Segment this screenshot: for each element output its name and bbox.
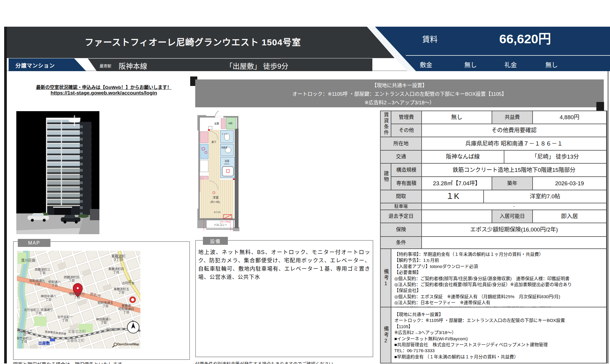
area-value: 23.28㎡【7.04坪】 — [422, 177, 492, 190]
map-label: 東難波町 3丁目 — [111, 255, 126, 261]
layout-value: １K — [422, 190, 483, 203]
nearest-station-label: 最寄駅 — [100, 63, 111, 68]
right-frame-line — [608, 27, 609, 363]
map-label: 東難波町四 丁目 — [108, 267, 124, 274]
parking-label: 駐車場 — [381, 203, 421, 210]
map-label: 南竹谷町三 丁目 — [17, 337, 32, 343]
map-label: 昭和南通七 丁目 — [69, 292, 85, 299]
equipment-text: 地上波、ネット無料、BS、オートロック、モニター付オートロック、防犯カメラ、集合… — [198, 248, 370, 282]
map-tab: MAP — [18, 239, 50, 247]
map-attribution: OpenStreetMap — [117, 343, 139, 346]
fp-room-size: (約7.0帖) — [210, 200, 220, 203]
deposit-label: 敷金 — [420, 60, 432, 69]
layout-label: 間取 — [381, 190, 421, 203]
mgmt-fee-label: 管理費 — [391, 111, 421, 124]
map-label: 西難波町四 丁目 — [64, 276, 80, 282]
remarks2-text: 【現地に共通キー設置】 オートロック：※1105呼 ・部屋鍵：エントランス入口の… — [391, 307, 606, 363]
movein-value: 即入居 — [533, 210, 606, 223]
fp-genkan-label: 玄関 — [214, 122, 219, 125]
map-label: 南 — [128, 280, 132, 283]
access-label: 交通 — [381, 151, 421, 163]
fp-drying-label: 物干金物 — [214, 211, 221, 213]
group-building: 建物 — [381, 164, 391, 190]
deposit-value: 無し — [464, 60, 477, 69]
goweb-login-link[interactable]: https://1st-stage.goweb.work/accounts/lo… — [51, 90, 157, 96]
property-type-label: 分譲マンション — [15, 61, 55, 69]
map-label: 合同庁舎 — [122, 282, 134, 285]
fp-wash-label: 洗面室 — [221, 146, 227, 149]
map-label: 竹谷町三丁 目 — [17, 330, 33, 336]
layout-rooms-value: 洋室約7.0帖 — [484, 190, 606, 203]
key-money-value: 無し — [545, 60, 558, 69]
map-station-label: 出屋敷 — [38, 341, 50, 345]
rent-value: 66,620円 — [451, 28, 599, 47]
property-flyer: ファーストフィオーレ尼崎グランウエスト 1504号室 分譲マンション 最寄駅 阪… — [0, 0, 610, 364]
other-fee-label: その他 — [391, 124, 421, 137]
map-label: 神田南通一 丁目 — [96, 318, 112, 324]
fp-bath-label: 浴室 — [225, 159, 229, 162]
details-table: 賃貸条件 管理費 無し 共益費 4,880円 その他 その他費用要確認 所在地 … — [380, 111, 607, 363]
nearest-line: 阪神本線 — [119, 60, 147, 71]
map-label: 昭和南通五 丁目 — [98, 301, 113, 308]
map-label: 玄番南之町 — [67, 339, 85, 342]
moveout-value — [422, 210, 492, 223]
rent-divider-line — [406, 55, 610, 56]
insurance-value: エポス少額短期保険(16,000円/2年) — [422, 223, 606, 236]
fp-toilet-label: トイレ — [222, 133, 228, 135]
conditions-label: 条件 — [381, 237, 421, 248]
map-label: 西御園町 — [106, 328, 118, 331]
map-label: 神田中通八 丁目 — [41, 295, 56, 301]
parking-value: - — [422, 203, 606, 210]
common-fee-label: 共益費 — [492, 111, 532, 124]
equipment-tab: 設備 — [203, 237, 228, 245]
built-year-label: 築年 — [492, 177, 532, 190]
compass-n-label: N — [132, 320, 134, 323]
address-value: 兵庫県尼崎市 昭和南通７－１８６－１ — [422, 137, 606, 150]
map-label: 北竹谷町三 琴浦通り 丁目 — [24, 308, 53, 315]
fp-room-label: 洋室 — [213, 196, 219, 199]
map-label: 北竹谷町一 丁目 — [57, 315, 73, 322]
conditions-value — [422, 237, 606, 248]
equipment-note: 付帯条件や別途料金等が発生する場合もありますのでご確認ください。 — [195, 360, 338, 364]
equipment-box: 地上波、ネット無料、BS、オートロック、モニター付オートロック、防犯カメラ、集合… — [195, 240, 373, 357]
map-image: N 蓬川荘園 東難波町 3丁目 西難波町三 丁目 西難波町四 丁目 東難波町四 … — [17, 251, 140, 349]
rent-label: 賃料 — [422, 33, 438, 44]
station-walk: 「出屋敷」 徒歩9分 — [225, 60, 288, 71]
common-fee-value: 4,880円 — [533, 111, 606, 124]
remarks2-label: 備考2 — [381, 307, 391, 363]
map-label: 西難波町三 丁目 — [35, 268, 50, 274]
movein-label: 入居可能日 — [492, 210, 532, 223]
page-title: ファーストフィオーレ尼崎グランウエスト 1504号室 — [36, 31, 350, 54]
key-banner-line2: オートロック：※1105呼 ・部屋鍵：エントランス入口の左配管の下部にキーBOX… — [195, 90, 604, 97]
mgmt-fee-value: 無し — [422, 111, 492, 124]
fp-mb-label: MB — [228, 122, 233, 125]
map-label: 蓬川荘園 — [21, 259, 35, 262]
group-rental-conditions: 賃貸条件 — [381, 111, 391, 137]
structure-label: 構造規模 — [391, 164, 421, 176]
header: ファーストフィオーレ尼崎グランウエスト 1504号室 分譲マンション 最寄駅 阪… — [0, 27, 610, 71]
address-label: 所在地 — [381, 137, 421, 150]
remarks1-text: 【特約事項】：早期違約金有（１年未満の解約は１ヶ月分の賃料・共益費） 【解約予告… — [391, 249, 606, 307]
goweb-notice-text: 最新の空室状況確認・申込みは【GoWeb！】からお願いします！ — [30, 84, 178, 90]
insurance-label: 保険 — [381, 223, 421, 236]
banner-corner-square-br — [596, 102, 604, 111]
key-banner-line3: ※広告料2→3へアップ3/18～） — [195, 98, 604, 106]
fp-hall-label: 廊下 — [212, 141, 216, 143]
fp-ctype-label: Cタイプのみ — [220, 221, 230, 223]
map-label: 昭和南通九 丁目 — [29, 279, 45, 286]
map-label: 東難波 昭和南通四 丁目 — [118, 304, 134, 314]
building-photo — [16, 111, 99, 234]
access-line-value: 阪神なんば線 — [422, 151, 504, 163]
key-banner: 【現地に共通キー設置】 オートロック：※1105呼 ・部屋鍵：エントランス入口の… — [195, 79, 604, 107]
other-fee-value: その他費用要確認 — [422, 124, 606, 137]
goweb-notice: 最新の空室状況確認・申込みは【GoWeb！】からお願いします！ https://… — [30, 84, 178, 96]
map-note: 図面と現況が異なる場合は、現況優先といたします。 — [13, 360, 126, 364]
access-station-value: 「尼崎」 徒歩13分 — [504, 151, 606, 163]
fp-balcony-label: バルコニー — [214, 223, 227, 226]
key-banner-line1: 【現地に共通キー設置】 — [195, 81, 604, 89]
area-label: 専有面積 — [391, 177, 421, 190]
structure-value: 鉄筋コンクリート造地上15階地下0階建15階部分 — [422, 164, 606, 176]
built-year-value: 2026-03-19 — [533, 177, 606, 190]
floor-plan: 玄関 MB トイレ 洗面室 浴室 (1614) 廊下 洋室 (約7.0帖) 物干… — [197, 111, 239, 232]
station-strip-topline — [89, 58, 280, 59]
